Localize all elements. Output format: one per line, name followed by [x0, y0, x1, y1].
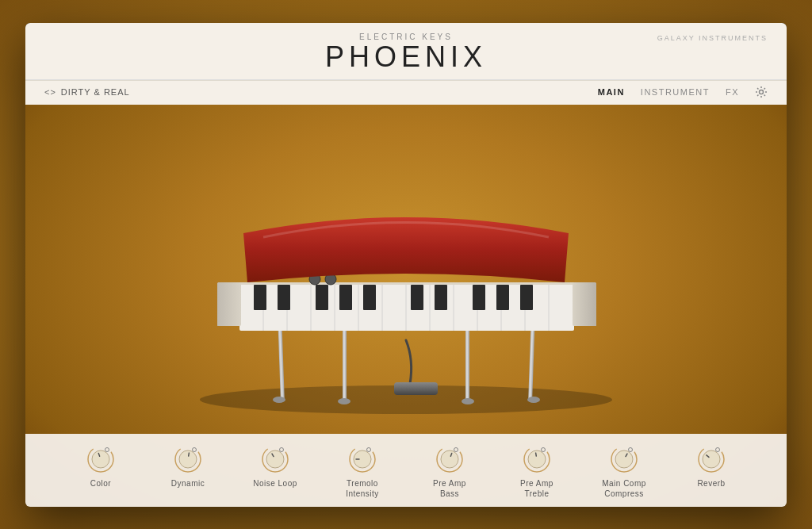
- knob-main-comp-compress[interactable]: [608, 443, 640, 475]
- svg-point-48: [193, 447, 197, 451]
- knob-pre-amp-bass-label: Pre AmpBass: [433, 478, 466, 499]
- svg-rect-39: [217, 282, 241, 326]
- knob-pre-amp-bass-container: [434, 443, 465, 475]
- knob-reverb-control: Reverb: [668, 443, 755, 499]
- piano-area: [25, 105, 787, 434]
- knob-color-control: Color: [57, 443, 144, 499]
- knob-pre-amp-treble-label: Pre AmpTreble: [520, 478, 553, 499]
- knob-dynamic[interactable]: [172, 443, 204, 475]
- knob-tremolo-intensity[interactable]: [347, 443, 378, 475]
- knob-noise-loop-container: [259, 443, 291, 475]
- knob-tremolo-intensity-container: [347, 443, 378, 475]
- svg-point-56: [367, 447, 371, 451]
- preset-name: DIRTY & REAL: [61, 87, 130, 97]
- galaxy-label: Galaxy Instruments: [657, 34, 768, 42]
- svg-line-47: [189, 453, 190, 456]
- plugin-subtitle: Electric Keys: [359, 33, 453, 41]
- svg-point-42: [92, 450, 109, 468]
- svg-rect-30: [339, 285, 352, 310]
- svg-point-68: [629, 447, 633, 451]
- knob-main-comp-compress-control: Main CompCompress: [580, 443, 668, 499]
- settings-icon[interactable]: [755, 86, 768, 98]
- knob-dynamic-label: Dynamic: [171, 478, 205, 489]
- svg-point-8: [462, 398, 474, 404]
- svg-rect-32: [411, 285, 423, 310]
- svg-point-70: [703, 450, 720, 468]
- svg-point-0: [760, 90, 764, 94]
- knob-color-label: Color: [90, 478, 111, 489]
- knob-pre-amp-bass-control: Pre AmpBass: [406, 443, 493, 499]
- knob-tremolo-intensity-control: TremoloIntensity: [319, 443, 406, 499]
- knob-pre-amp-treble-control: Pre AmpTreble: [493, 443, 580, 499]
- svg-point-64: [542, 447, 546, 451]
- tab-fx[interactable]: FX: [726, 87, 739, 97]
- svg-rect-31: [363, 285, 376, 310]
- knob-reverb-container: [695, 443, 727, 475]
- knob-pre-amp-bass[interactable]: [434, 443, 465, 475]
- knob-reverb-label: Reverb: [697, 478, 725, 489]
- plugin-window: Galaxy Instruments Electric Keys PHOENIX…: [25, 23, 787, 507]
- preset-arrows[interactable]: <>: [44, 87, 56, 97]
- svg-point-46: [179, 450, 197, 468]
- knob-color[interactable]: [85, 443, 117, 475]
- knob-pre-amp-treble-container: [521, 443, 553, 475]
- piano-illustration: [160, 130, 652, 416]
- preset-nav: <> DIRTY & REAL: [44, 87, 130, 97]
- tab-instrument[interactable]: INSTRUMENT: [641, 87, 710, 97]
- knob-noise-loop[interactable]: [259, 443, 291, 475]
- knob-noise-loop-control: Noise Loop: [232, 443, 319, 499]
- svg-point-60: [454, 447, 458, 451]
- knob-main-comp-compress-container: [608, 443, 640, 475]
- knob-tremolo-intensity-label: TremoloIntensity: [346, 478, 379, 499]
- svg-rect-34: [473, 285, 485, 310]
- svg-point-50: [266, 450, 284, 468]
- svg-point-66: [615, 450, 633, 468]
- svg-rect-29: [316, 285, 328, 310]
- svg-point-6: [273, 397, 285, 403]
- svg-rect-10: [394, 382, 438, 395]
- svg-point-7: [338, 398, 350, 404]
- knob-dynamic-container: [172, 443, 204, 475]
- tab-main[interactable]: MAIN: [598, 87, 625, 97]
- knob-color-container: [85, 443, 117, 475]
- svg-rect-36: [520, 285, 533, 310]
- svg-rect-35: [496, 285, 509, 310]
- svg-point-9: [527, 397, 540, 403]
- nav-links: MAIN INSTRUMENT FX: [598, 86, 768, 98]
- svg-rect-27: [254, 285, 266, 310]
- knob-pre-amp-treble[interactable]: [521, 443, 553, 475]
- main-content: Color Dynamic: [25, 105, 787, 507]
- outer-wrapper: Galaxy Instruments Electric Keys PHOENIX…: [0, 0, 812, 529]
- knob-dynamic-control: Dynamic: [144, 443, 232, 499]
- svg-point-58: [441, 450, 458, 468]
- svg-point-62: [528, 450, 546, 468]
- svg-point-72: [716, 447, 720, 451]
- svg-point-52: [280, 447, 284, 451]
- plugin-title: PHOENIX: [325, 43, 487, 71]
- controls-bar: Color Dynamic: [25, 434, 787, 507]
- knob-reverb[interactable]: [695, 443, 727, 475]
- nav-bar: <> DIRTY & REAL MAIN INSTRUMENT FX: [25, 80, 787, 105]
- svg-line-63: [536, 453, 537, 456]
- knob-main-comp-compress-label: Main CompCompress: [602, 478, 646, 499]
- svg-rect-40: [573, 282, 596, 326]
- svg-point-44: [105, 447, 109, 451]
- header: Galaxy Instruments Electric Keys PHOENIX: [25, 23, 787, 80]
- svg-rect-28: [278, 285, 290, 310]
- knob-noise-loop-label: Noise Loop: [253, 478, 297, 489]
- svg-rect-33: [435, 285, 447, 310]
